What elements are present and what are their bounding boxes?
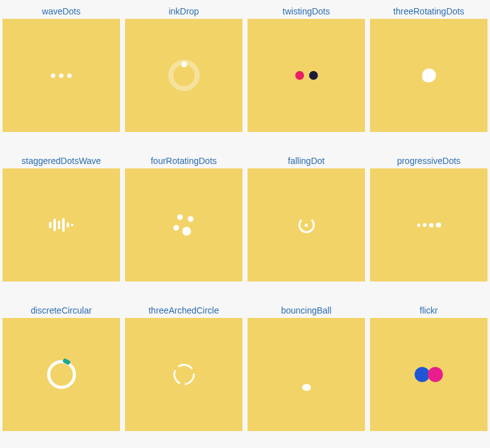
dot-icon (173, 225, 179, 231)
cell-threeRotatingDots: threeRotatingDots (370, 3, 487, 132)
canvas-bouncingBall (248, 318, 365, 431)
canvas-waveDots (3, 19, 120, 132)
spinner-grid: waveDots inkDrop twistingDots threeRotat… (0, 0, 490, 434)
arc-icon (170, 361, 198, 388)
dot-icon (429, 223, 433, 227)
canvas-threeArchedCircle (125, 318, 242, 431)
label-discreteCircular[interactable]: discreteCircular (31, 302, 92, 315)
progressive-dots-icon (417, 222, 441, 227)
dot-icon (67, 74, 72, 78)
label-flickr[interactable]: flickr (420, 302, 438, 315)
dot-icon (59, 74, 63, 78)
canvas-fallingDot (248, 168, 365, 281)
dot-icon (181, 62, 187, 67)
canvas-staggeredDotsWave (3, 168, 120, 281)
three-arched-circle-icon (173, 364, 195, 385)
bar-icon (71, 224, 74, 226)
dot-icon (305, 224, 308, 227)
cell-fallingDot: fallingDot (248, 152, 365, 281)
cell-fourRotatingDots: fourRotatingDots (125, 152, 242, 281)
discrete-circular-icon (47, 360, 76, 389)
dot-icon (188, 216, 193, 222)
cell-staggeredDotsWave: staggeredDotsWave (3, 152, 120, 281)
bar-icon (62, 218, 65, 232)
bar-icon (53, 219, 56, 231)
cell-discreteCircular: discreteCircular (3, 302, 120, 431)
label-fallingDot[interactable]: fallingDot (288, 152, 324, 166)
label-twistingDots[interactable]: twistingDots (283, 3, 330, 16)
dot-icon (51, 74, 55, 78)
falling-dot-icon (298, 217, 315, 233)
cell-waveDots: waveDots (3, 3, 120, 132)
bar-icon (67, 222, 69, 227)
staggered-dots-wave-icon (49, 218, 74, 232)
dot-icon (417, 224, 420, 227)
label-staggeredDotsWave[interactable]: staggeredDotsWave (21, 152, 101, 166)
canvas-twistingDots (248, 19, 365, 132)
cell-twistingDots: twistingDots (248, 3, 365, 132)
dot-icon (182, 227, 191, 236)
label-inkDrop[interactable]: inkDrop (168, 3, 199, 16)
dot-pink-icon (295, 71, 304, 80)
twisting-dots-icon (293, 71, 320, 80)
three-rotating-dots-icon (422, 68, 436, 82)
bar-icon (49, 222, 52, 228)
dot-dark-icon (309, 71, 318, 80)
canvas-progressiveDots (370, 168, 487, 281)
label-waveDots[interactable]: waveDots (42, 3, 80, 16)
row-spacer (3, 137, 487, 147)
dot-icon (177, 214, 183, 220)
cell-threeArchedCircle: threeArchedCircle (125, 302, 242, 431)
cell-inkDrop: inkDrop (125, 3, 242, 132)
dot-pink-icon (428, 367, 443, 382)
dot-icon (436, 222, 441, 227)
bouncing-ball-icon (302, 384, 311, 391)
canvas-fourRotatingDots (125, 168, 242, 281)
dot-icon (423, 223, 427, 227)
label-bouncingBall[interactable]: bouncingBall (281, 302, 331, 315)
cell-flickr: flickr (370, 302, 487, 431)
canvas-discreteCircular (3, 318, 120, 431)
cell-bouncingBall: bouncingBall (248, 302, 365, 431)
canvas-flickr (370, 318, 487, 431)
label-progressiveDots[interactable]: progressiveDots (397, 152, 460, 166)
four-rotating-dots-icon (173, 214, 195, 236)
cell-progressiveDots: progressiveDots (370, 152, 487, 281)
flickr-icon (415, 367, 443, 382)
label-fourRotatingDots[interactable]: fourRotatingDots (151, 152, 217, 166)
bar-icon (58, 221, 60, 229)
canvas-inkDrop (125, 19, 242, 132)
accent-segment-icon (62, 358, 71, 366)
wave-dots-icon (49, 74, 74, 78)
row-spacer (3, 287, 487, 297)
ink-drop-icon (168, 60, 200, 91)
label-threeArchedCircle[interactable]: threeArchedCircle (148, 302, 219, 315)
canvas-threeRotatingDots (370, 19, 487, 132)
label-threeRotatingDots[interactable]: threeRotatingDots (393, 3, 464, 16)
